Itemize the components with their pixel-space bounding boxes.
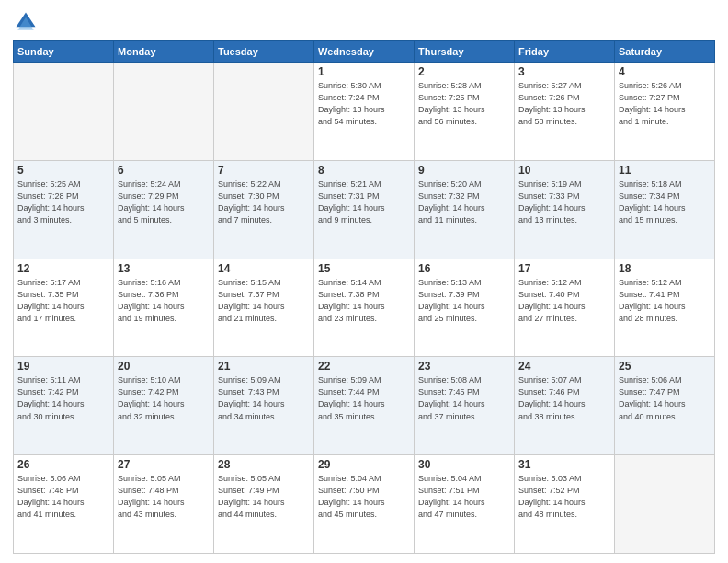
day-number: 19 (17, 360, 109, 373)
day-number: 1 (318, 65, 410, 78)
day-info: Sunrise: 5:14 AM Sunset: 7:38 PM Dayligh… (318, 277, 410, 325)
day-info: Sunrise: 5:17 AM Sunset: 7:35 PM Dayligh… (17, 277, 109, 325)
day-number: 29 (318, 458, 410, 471)
calendar-cell: 13Sunrise: 5:16 AM Sunset: 7:36 PM Dayli… (114, 259, 214, 357)
day-info: Sunrise: 5:06 AM Sunset: 7:47 PM Dayligh… (619, 374, 711, 422)
day-number: 12 (17, 262, 109, 275)
weekday-header-tuesday: Tuesday (214, 41, 314, 63)
week-row-3: 12Sunrise: 5:17 AM Sunset: 7:35 PM Dayli… (14, 259, 715, 357)
calendar-cell: 3Sunrise: 5:27 AM Sunset: 7:26 PM Daylig… (515, 63, 615, 161)
calendar-cell: 21Sunrise: 5:09 AM Sunset: 7:43 PM Dayli… (214, 357, 314, 455)
week-row-1: 1Sunrise: 5:30 AM Sunset: 7:24 PM Daylig… (14, 63, 715, 161)
calendar-cell: 4Sunrise: 5:26 AM Sunset: 7:27 PM Daylig… (615, 63, 715, 161)
calendar-cell (214, 63, 314, 161)
calendar-cell: 8Sunrise: 5:21 AM Sunset: 7:31 PM Daylig… (314, 160, 415, 259)
calendar-cell: 11Sunrise: 5:18 AM Sunset: 7:34 PM Dayli… (615, 160, 715, 259)
day-number: 22 (318, 360, 410, 373)
day-number: 13 (118, 262, 210, 275)
day-number: 25 (619, 360, 711, 373)
calendar-cell: 5Sunrise: 5:25 AM Sunset: 7:28 PM Daylig… (14, 160, 114, 259)
calendar-cell: 25Sunrise: 5:06 AM Sunset: 7:47 PM Dayli… (615, 357, 715, 455)
day-info: Sunrise: 5:10 AM Sunset: 7:42 PM Dayligh… (118, 374, 210, 422)
day-number: 17 (518, 262, 610, 275)
day-info: Sunrise: 5:21 AM Sunset: 7:31 PM Dayligh… (318, 178, 410, 226)
day-number: 4 (619, 65, 711, 78)
day-info: Sunrise: 5:05 AM Sunset: 7:49 PM Dayligh… (218, 473, 310, 521)
day-number: 27 (118, 458, 210, 471)
day-info: Sunrise: 5:16 AM Sunset: 7:36 PM Dayligh… (118, 277, 210, 325)
calendar-cell: 7Sunrise: 5:22 AM Sunset: 7:30 PM Daylig… (214, 160, 314, 259)
day-info: Sunrise: 5:26 AM Sunset: 7:27 PM Dayligh… (619, 80, 711, 128)
calendar-cell: 26Sunrise: 5:06 AM Sunset: 7:48 PM Dayli… (14, 455, 114, 554)
day-number: 26 (17, 458, 109, 471)
day-number: 10 (518, 164, 610, 177)
day-number: 15 (318, 262, 410, 275)
day-number: 24 (518, 360, 610, 373)
calendar-cell: 29Sunrise: 5:04 AM Sunset: 7:50 PM Dayli… (314, 455, 415, 554)
day-info: Sunrise: 5:22 AM Sunset: 7:30 PM Dayligh… (218, 178, 310, 226)
calendar-cell: 1Sunrise: 5:30 AM Sunset: 7:24 PM Daylig… (314, 63, 415, 161)
day-number: 2 (418, 65, 510, 78)
calendar-cell: 15Sunrise: 5:14 AM Sunset: 7:38 PM Dayli… (314, 259, 415, 357)
day-number: 9 (418, 164, 510, 177)
logo-icon (13, 9, 39, 35)
day-info: Sunrise: 5:19 AM Sunset: 7:33 PM Dayligh… (518, 178, 610, 226)
day-info: Sunrise: 5:07 AM Sunset: 7:46 PM Dayligh… (518, 374, 610, 422)
calendar-cell: 2Sunrise: 5:28 AM Sunset: 7:25 PM Daylig… (415, 63, 515, 161)
page: SundayMondayTuesdayWednesdayThursdayFrid… (0, 0, 728, 563)
day-info: Sunrise: 5:27 AM Sunset: 7:26 PM Dayligh… (518, 80, 610, 128)
day-info: Sunrise: 5:09 AM Sunset: 7:44 PM Dayligh… (318, 374, 410, 422)
calendar-cell: 28Sunrise: 5:05 AM Sunset: 7:49 PM Dayli… (214, 455, 314, 554)
weekday-header-sunday: Sunday (14, 41, 114, 63)
week-row-2: 5Sunrise: 5:25 AM Sunset: 7:28 PM Daylig… (14, 160, 715, 259)
calendar-cell: 6Sunrise: 5:24 AM Sunset: 7:29 PM Daylig… (114, 160, 214, 259)
day-info: Sunrise: 5:09 AM Sunset: 7:43 PM Dayligh… (218, 374, 310, 422)
week-row-4: 19Sunrise: 5:11 AM Sunset: 7:42 PM Dayli… (14, 357, 715, 455)
calendar-cell (14, 63, 114, 161)
day-number: 21 (218, 360, 310, 373)
day-number: 18 (619, 262, 711, 275)
calendar-cell: 24Sunrise: 5:07 AM Sunset: 7:46 PM Dayli… (515, 357, 615, 455)
calendar-cell: 10Sunrise: 5:19 AM Sunset: 7:33 PM Dayli… (515, 160, 615, 259)
weekday-header-monday: Monday (114, 41, 214, 63)
logo (13, 9, 42, 35)
weekday-header-wednesday: Wednesday (314, 41, 415, 63)
day-number: 28 (218, 458, 310, 471)
day-info: Sunrise: 5:24 AM Sunset: 7:29 PM Dayligh… (118, 178, 210, 226)
calendar-cell: 14Sunrise: 5:15 AM Sunset: 7:37 PM Dayli… (214, 259, 314, 357)
weekday-header-saturday: Saturday (615, 41, 715, 63)
day-number: 8 (318, 164, 410, 177)
day-number: 6 (118, 164, 210, 177)
calendar-cell: 31Sunrise: 5:03 AM Sunset: 7:52 PM Dayli… (515, 455, 615, 554)
calendar-cell: 27Sunrise: 5:05 AM Sunset: 7:48 PM Dayli… (114, 455, 214, 554)
calendar-cell: 9Sunrise: 5:20 AM Sunset: 7:32 PM Daylig… (415, 160, 515, 259)
day-number: 3 (518, 65, 610, 78)
calendar-cell: 17Sunrise: 5:12 AM Sunset: 7:40 PM Dayli… (515, 259, 615, 357)
weekday-header-row: SundayMondayTuesdayWednesdayThursdayFrid… (14, 41, 715, 63)
calendar-cell: 12Sunrise: 5:17 AM Sunset: 7:35 PM Dayli… (14, 259, 114, 357)
calendar-cell: 18Sunrise: 5:12 AM Sunset: 7:41 PM Dayli… (615, 259, 715, 357)
week-row-5: 26Sunrise: 5:06 AM Sunset: 7:48 PM Dayli… (14, 455, 715, 554)
calendar-cell: 23Sunrise: 5:08 AM Sunset: 7:45 PM Dayli… (415, 357, 515, 455)
day-number: 30 (418, 458, 510, 471)
calendar-cell: 30Sunrise: 5:04 AM Sunset: 7:51 PM Dayli… (415, 455, 515, 554)
calendar-cell: 19Sunrise: 5:11 AM Sunset: 7:42 PM Dayli… (14, 357, 114, 455)
calendar-table: SundayMondayTuesdayWednesdayThursdayFrid… (13, 40, 715, 554)
day-info: Sunrise: 5:20 AM Sunset: 7:32 PM Dayligh… (418, 178, 510, 226)
calendar-cell: 20Sunrise: 5:10 AM Sunset: 7:42 PM Dayli… (114, 357, 214, 455)
weekday-header-thursday: Thursday (415, 41, 515, 63)
day-info: Sunrise: 5:25 AM Sunset: 7:28 PM Dayligh… (17, 178, 109, 226)
day-info: Sunrise: 5:06 AM Sunset: 7:48 PM Dayligh… (17, 473, 109, 521)
header (13, 9, 715, 35)
calendar-cell (114, 63, 214, 161)
day-info: Sunrise: 5:11 AM Sunset: 7:42 PM Dayligh… (17, 374, 109, 422)
day-number: 11 (619, 164, 711, 177)
day-info: Sunrise: 5:15 AM Sunset: 7:37 PM Dayligh… (218, 277, 310, 325)
day-info: Sunrise: 5:08 AM Sunset: 7:45 PM Dayligh… (418, 374, 510, 422)
day-number: 31 (518, 458, 610, 471)
day-number: 16 (418, 262, 510, 275)
day-info: Sunrise: 5:03 AM Sunset: 7:52 PM Dayligh… (518, 473, 610, 521)
day-info: Sunrise: 5:18 AM Sunset: 7:34 PM Dayligh… (619, 178, 711, 226)
day-info: Sunrise: 5:28 AM Sunset: 7:25 PM Dayligh… (418, 80, 510, 128)
day-info: Sunrise: 5:04 AM Sunset: 7:51 PM Dayligh… (418, 473, 510, 521)
